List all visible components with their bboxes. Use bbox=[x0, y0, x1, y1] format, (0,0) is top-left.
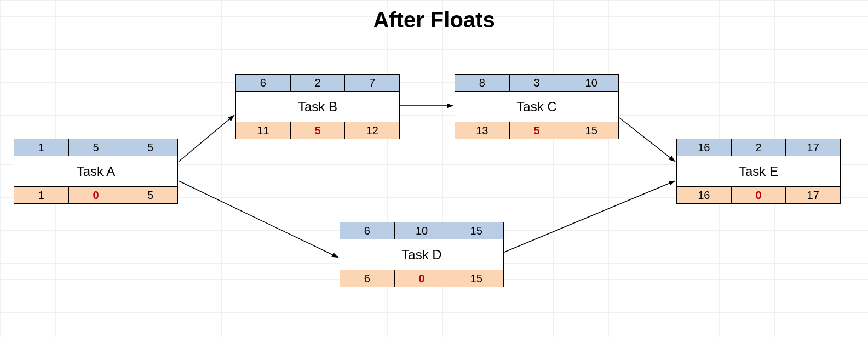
task-c-float: 5 bbox=[510, 122, 565, 139]
task-c-ef: 10 bbox=[564, 75, 618, 91]
task-e-label: Task E bbox=[677, 156, 840, 186]
task-e-duration: 2 bbox=[732, 139, 786, 156]
task-b-es: 6 bbox=[236, 75, 291, 91]
task-b-box: 6 2 7 Task B 11 5 12 bbox=[235, 74, 400, 139]
task-a-float: 0 bbox=[69, 187, 124, 203]
task-a-ef: 5 bbox=[123, 139, 177, 156]
task-a-box: 1 5 5 Task A 1 0 5 bbox=[14, 139, 178, 204]
diagram-canvas: After Floats 1 5 5 Task A 1 0 5 6 2 7 Ta… bbox=[0, 0, 868, 337]
task-c-duration: 3 bbox=[510, 75, 565, 91]
diagram-title: After Floats bbox=[0, 8, 868, 32]
task-e-es: 16 bbox=[677, 139, 732, 156]
task-c-es: 8 bbox=[455, 75, 510, 91]
arrow-a-d bbox=[179, 181, 338, 258]
task-d-ls: 6 bbox=[340, 270, 395, 287]
task-e-lf: 17 bbox=[786, 187, 840, 203]
task-a-ls: 1 bbox=[14, 187, 69, 203]
task-d-ef: 15 bbox=[449, 222, 503, 239]
task-e-ef: 17 bbox=[786, 139, 840, 156]
task-a-lf: 5 bbox=[123, 187, 177, 203]
task-b-float: 5 bbox=[291, 122, 346, 139]
task-b-ef: 7 bbox=[345, 75, 399, 91]
task-d-duration: 10 bbox=[395, 222, 450, 239]
task-a-es: 1 bbox=[14, 139, 69, 156]
task-d-es: 6 bbox=[340, 222, 395, 239]
task-d-label: Task D bbox=[340, 239, 503, 270]
task-c-lf: 15 bbox=[564, 122, 618, 139]
task-d-lf: 15 bbox=[449, 270, 503, 287]
task-e-ls: 16 bbox=[677, 187, 732, 203]
task-c-label: Task C bbox=[455, 92, 618, 122]
task-a-label: Task A bbox=[14, 156, 177, 186]
arrow-d-e bbox=[504, 181, 675, 252]
task-d-float: 0 bbox=[395, 270, 450, 287]
task-c-box: 8 3 10 Task C 13 5 15 bbox=[455, 74, 619, 139]
task-c-ls: 13 bbox=[455, 122, 510, 139]
task-b-label: Task B bbox=[236, 92, 399, 122]
task-b-ls: 11 bbox=[236, 122, 291, 139]
task-b-lf: 12 bbox=[345, 122, 399, 139]
task-e-box: 16 2 17 Task E 16 0 17 bbox=[676, 139, 841, 204]
task-a-duration: 5 bbox=[69, 139, 124, 156]
task-b-duration: 2 bbox=[291, 75, 346, 91]
arrow-c-e bbox=[619, 118, 675, 162]
task-d-box: 6 10 15 Task D 6 0 15 bbox=[340, 222, 504, 287]
task-e-float: 0 bbox=[732, 187, 786, 203]
arrow-a-b bbox=[179, 115, 234, 162]
